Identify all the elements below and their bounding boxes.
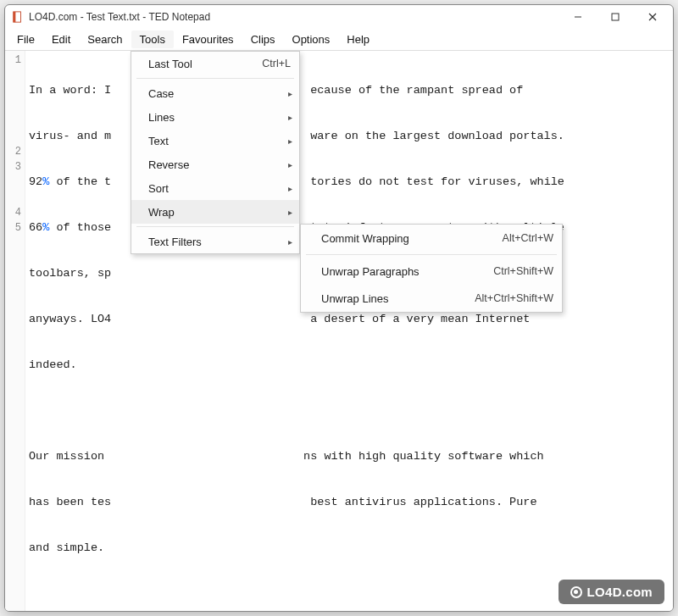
menu-edit[interactable]: Edit: [43, 31, 79, 48]
menuitem-sort[interactable]: Sort▸: [131, 176, 299, 200]
chevron-right-icon: ▸: [288, 113, 292, 122]
menubar: File Edit Search Tools Favourites Clips …: [5, 29, 673, 50]
chevron-right-icon: ▸: [288, 160, 292, 169]
app-icon: [12, 11, 24, 23]
editor-area[interactable]: 1 2 3 4 5 In a word: Ixxxxxxxxxxxxxxxxxx…: [5, 50, 673, 612]
menu-search[interactable]: Search: [79, 31, 131, 48]
menuitem-unwrap-lines[interactable]: Unwrap Lines Alt+Ctrl+Shift+W: [301, 285, 562, 312]
menuitem-lines[interactable]: Lines▸: [131, 105, 299, 129]
chevron-right-icon: ▸: [288, 89, 292, 98]
menu-tools[interactable]: Tools: [131, 31, 174, 48]
tools-dropdown: Last Tool Ctrl+L Case▸ Lines▸ Text▸ Reve…: [131, 51, 300, 254]
window-title: LO4D.com - Test Text.txt - TED Notepad: [29, 11, 559, 23]
minimize-button[interactable]: [559, 5, 597, 29]
text-content[interactable]: In a word: Ixxxxxxxxxxxxxxxxxxxxxxxxxxxx…: [25, 51, 673, 612]
menu-file[interactable]: File: [8, 31, 43, 48]
menuitem-reverse[interactable]: Reverse▸: [131, 153, 299, 176]
menu-clips[interactable]: Clips: [242, 31, 284, 48]
titlebar: LO4D.com - Test Text.txt - TED Notepad: [5, 5, 673, 29]
menu-options[interactable]: Options: [284, 31, 339, 48]
wrap-submenu: Commit Wrapping Alt+Ctrl+W Unwrap Paragr…: [300, 224, 563, 313]
chevron-right-icon: ▸: [288, 184, 292, 193]
menuitem-last-tool[interactable]: Last Tool Ctrl+L: [131, 52, 299, 75]
logo-icon: [570, 586, 582, 598]
menu-help[interactable]: Help: [338, 31, 378, 48]
menuitem-text[interactable]: Text▸: [131, 129, 299, 153]
menu-separator: [136, 78, 294, 79]
line-gutter: 1 2 3 4 5: [5, 51, 25, 612]
menuitem-text-filters[interactable]: Text Filters▸: [131, 230, 299, 253]
svg-rect-3: [612, 14, 619, 20]
menu-separator: [136, 226, 294, 227]
close-button[interactable]: [634, 5, 671, 29]
watermark: LO4D.com: [559, 580, 664, 604]
maximize-button[interactable]: [597, 5, 634, 29]
menu-favourites[interactable]: Favourites: [174, 31, 242, 48]
menuitem-commit-wrapping[interactable]: Commit Wrapping Alt+Ctrl+W: [301, 225, 562, 252]
chevron-right-icon: ▸: [288, 136, 292, 146]
chevron-right-icon: ▸: [288, 208, 292, 217]
menuitem-unwrap-paragraphs[interactable]: Unwrap Paragraphs Ctrl+Shift+W: [301, 258, 562, 285]
window-controls: [559, 5, 671, 29]
svg-rect-1: [14, 12, 16, 22]
menuitem-case[interactable]: Case▸: [131, 81, 299, 105]
menu-separator: [306, 254, 557, 255]
chevron-right-icon: ▸: [288, 237, 292, 247]
menuitem-wrap[interactable]: Wrap▸: [131, 200, 299, 224]
